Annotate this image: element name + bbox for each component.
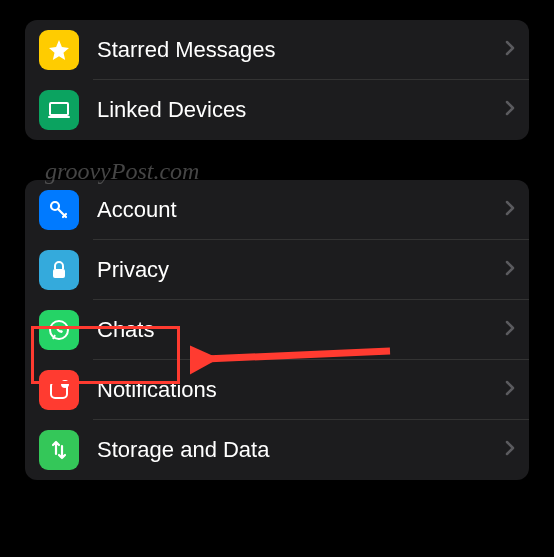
settings-row-label: Storage and Data	[97, 437, 505, 463]
settings-row-label: Linked Devices	[97, 97, 505, 123]
svg-rect-1	[48, 116, 70, 118]
settings-row-chats[interactable]: Chats	[25, 300, 529, 360]
settings-row-label: Privacy	[97, 257, 505, 283]
svg-point-6	[61, 380, 69, 388]
settings-row-label: Account	[97, 197, 505, 223]
notification-icon	[39, 370, 79, 410]
chevron-right-icon	[505, 440, 515, 461]
svg-rect-0	[50, 103, 68, 115]
settings-group: Starred Messages Linked Devices	[25, 20, 529, 140]
chevron-right-icon	[505, 40, 515, 61]
star-icon	[39, 30, 79, 70]
settings-row-account[interactable]: Account	[25, 180, 529, 240]
arrows-icon	[39, 430, 79, 470]
chevron-right-icon	[505, 200, 515, 221]
lock-icon	[39, 250, 79, 290]
chevron-right-icon	[505, 260, 515, 281]
settings-group: Account Privacy Chats Notifications	[25, 180, 529, 480]
settings-row-storage-and-data[interactable]: Storage and Data	[25, 420, 529, 480]
chevron-right-icon	[505, 380, 515, 401]
key-icon	[39, 190, 79, 230]
svg-rect-3	[53, 269, 65, 278]
settings-row-privacy[interactable]: Privacy	[25, 240, 529, 300]
whatsapp-icon	[39, 310, 79, 350]
laptop-icon	[39, 90, 79, 130]
settings-row-label: Notifications	[97, 377, 505, 403]
chevron-right-icon	[505, 100, 515, 121]
settings-row-label: Starred Messages	[97, 37, 505, 63]
settings-row-label: Chats	[97, 317, 505, 343]
settings-row-linked-devices[interactable]: Linked Devices	[25, 80, 529, 140]
chevron-right-icon	[505, 320, 515, 341]
settings-row-notifications[interactable]: Notifications	[25, 360, 529, 420]
settings-row-starred-messages[interactable]: Starred Messages	[25, 20, 529, 80]
